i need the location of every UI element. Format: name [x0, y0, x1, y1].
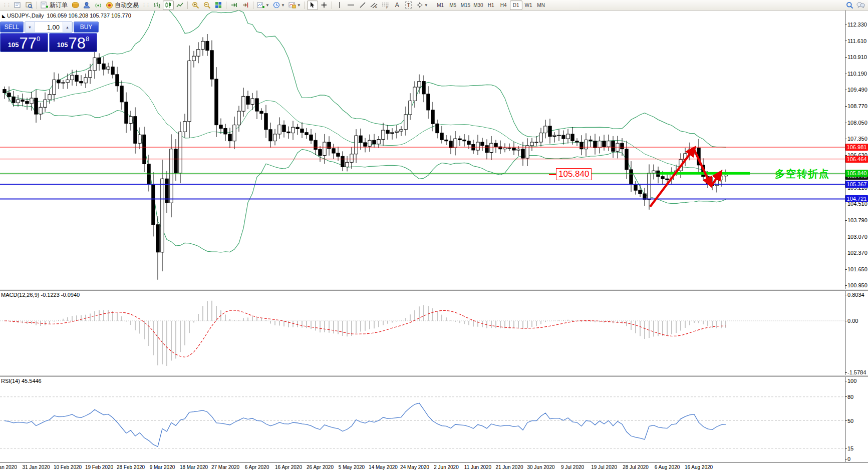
volume-value[interactable]: 1.00 — [35, 22, 63, 32]
chart-symbol-title: ◣USDJPY-,Daily 106.059 106.208 105.737 1… — [2, 13, 131, 19]
buy-price-display[interactable]: 105788 — [49, 33, 97, 52]
price-callout-label[interactable]: 105.840 — [556, 168, 592, 180]
bollinger-lower-band — [5, 93, 726, 253]
volume-decrease-button[interactable]: ▼ — [25, 22, 35, 32]
main-price-panel — [0, 4, 845, 280]
sell-price-display[interactable]: 105770 — [0, 33, 48, 52]
rsi-splitter[interactable] — [0, 375, 868, 377]
macd-window-label: MACD(12,26,9) -0.1223 -0.0940 — [1, 292, 80, 298]
rsi-line — [5, 403, 726, 446]
macd-splitter[interactable] — [0, 289, 868, 291]
one-click-trading-panel: SELL ▼ 1.00 ▲ BUY 105770 105788 — [0, 22, 99, 52]
macd-panel — [0, 301, 845, 366]
terminal-window: ⋮⋮ 新订单 自动交易 ⋮⋮ ▼ ▼ ▼ — [0, 0, 868, 472]
rsi-window-label: RSI(14) 45.5446 — [1, 378, 42, 384]
volume-stepper: ▼ 1.00 ▲ — [25, 22, 73, 33]
ohlc-readout: 106.059 106.208 105.737 105.770 — [47, 13, 131, 19]
chart-marker-icon: ◣ — [2, 14, 6, 19]
buy-button[interactable]: BUY — [74, 22, 99, 33]
chart-canvas[interactable] — [0, 0, 868, 472]
trend-arrow — [694, 150, 711, 185]
turning-point-note[interactable]: 多空转折点 — [775, 167, 830, 181]
price-axis-border — [845, 11, 845, 462]
volume-increase-button[interactable]: ▲ — [63, 22, 72, 32]
bollinger-middle-band — [5, 82, 726, 174]
sell-button[interactable]: SELL — [0, 22, 24, 33]
rsi-panel — [0, 397, 845, 448]
trend-arrow — [650, 148, 694, 207]
date-axis-border — [0, 462, 868, 462]
